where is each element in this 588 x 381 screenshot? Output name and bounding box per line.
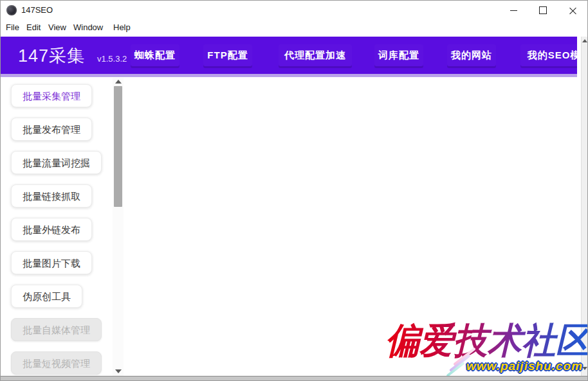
sidebar-item-batch-collect[interactable]: 批量采集管理	[11, 84, 92, 107]
app-window: 147SEO File Edit View Window Help 147采集 …	[0, 0, 588, 381]
app-logo: 147采集	[18, 44, 85, 67]
sidebar-item-short-video: 批量短视频管理	[11, 351, 102, 375]
menu-window[interactable]: Window	[73, 22, 103, 32]
window-bottom-edge	[1, 376, 587, 381]
minimize-icon	[510, 10, 517, 11]
title-bar: 147SEO	[1, 1, 587, 20]
menu-bar: File Edit View Window Help	[1, 20, 587, 37]
main-scroll-down-icon[interactable]	[582, 367, 587, 370]
nav-my-websites[interactable]: 我的网站	[447, 44, 496, 66]
nav-lexicon-config[interactable]: 词库配置	[374, 44, 423, 66]
close-button[interactable]	[558, 1, 587, 20]
minimize-button[interactable]	[499, 1, 528, 20]
menu-edit[interactable]: Edit	[26, 22, 41, 32]
app-version: v1.5.3.2	[97, 54, 127, 64]
sidebar-item-backlink-publish[interactable]: 批量外链发布	[11, 218, 92, 241]
app-icon	[6, 5, 17, 15]
nav-ftp-config[interactable]: FTP配置	[203, 44, 252, 66]
sidebar-scroll-down-icon[interactable]	[115, 369, 122, 373]
nav-spider-config[interactable]: 蜘蛛配置	[131, 44, 179, 66]
sidebar-item-batch-publish[interactable]: 批量发布管理	[11, 118, 92, 141]
window-controls	[499, 1, 587, 20]
maximize-button[interactable]	[528, 1, 558, 20]
nav-proxy-config[interactable]: 代理配置加速	[279, 44, 352, 66]
sidebar-scrollbar-thumb[interactable]	[114, 86, 122, 207]
menu-file[interactable]: File	[6, 22, 19, 32]
close-icon	[569, 7, 576, 14]
main-scroll-up-icon[interactable]	[582, 39, 587, 42]
menu-view[interactable]: View	[48, 22, 66, 32]
watermark-url: www.paijishu.com	[466, 359, 583, 373]
menu-help[interactable]: Help	[113, 22, 131, 32]
header-bottom-edge	[1, 74, 577, 77]
nav-my-seo-template[interactable]: 我的SEO模板	[520, 44, 577, 66]
window-title: 147SEO	[21, 5, 53, 15]
sidebar-item-pseudo-original[interactable]: 伪原创工具	[11, 285, 82, 308]
sidebar-item-link-grab[interactable]: 批量链接抓取	[11, 184, 92, 208]
sidebar-item-keyword-mining[interactable]: 批量流量词挖掘	[11, 151, 102, 174]
sidebar-scrollbar[interactable]	[113, 78, 124, 376]
sidebar-item-self-media: 批量自媒体管理	[11, 318, 102, 341]
sidebar-item-image-download[interactable]: 批量图片下载	[11, 251, 92, 274]
sidebar-scroll-up-icon[interactable]	[115, 80, 122, 84]
watermark-community-text: 偏爱技术社区	[385, 317, 588, 366]
maximize-icon	[539, 6, 547, 14]
top-nav-header: 147采集 v1.5.3.2 蜘蛛配置 FTP配置 代理配置加速 词库配置 我的…	[1, 37, 577, 74]
